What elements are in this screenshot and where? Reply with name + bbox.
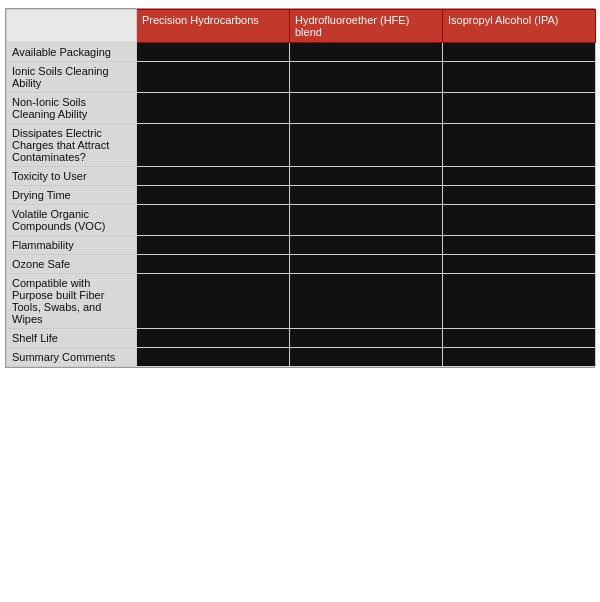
row-data-col3 — [443, 274, 596, 329]
row-data-col3 — [443, 329, 596, 348]
row-data-col1 — [137, 255, 290, 274]
table-row: Toxicity to User — [7, 167, 596, 186]
row-data-col1 — [137, 348, 290, 367]
row-data-col3 — [443, 167, 596, 186]
row-data-col1 — [137, 329, 290, 348]
table-row: Flammability — [7, 236, 596, 255]
table-row: Volatile Organic Compounds (VOC) — [7, 205, 596, 236]
row-label: Ionic Soils Cleaning Ability — [7, 62, 137, 93]
row-data-col1 — [137, 43, 290, 62]
row-data-col1 — [137, 274, 290, 329]
row-data-col3 — [443, 93, 596, 124]
table-row: Ionic Soils Cleaning Ability — [7, 62, 596, 93]
row-label: Drying Time — [7, 186, 137, 205]
row-label: Non-Ionic Soils Cleaning Ability — [7, 93, 137, 124]
row-data-col1 — [137, 205, 290, 236]
row-label: Dissipates Electric Charges that Attract… — [7, 124, 137, 167]
row-data-col3 — [443, 348, 596, 367]
table-row: Dissipates Electric Charges that Attract… — [7, 124, 596, 167]
row-data-col2 — [290, 93, 443, 124]
table-row: Ozone Safe — [7, 255, 596, 274]
row-data-col2 — [290, 62, 443, 93]
row-data-col2 — [290, 348, 443, 367]
row-data-col1 — [137, 93, 290, 124]
comparison-table: Precision Hydrocarbons Hydrofluoroether … — [5, 8, 595, 368]
row-data-col1 — [137, 124, 290, 167]
row-data-col3 — [443, 236, 596, 255]
row-data-col1 — [137, 186, 290, 205]
header-label — [7, 10, 137, 43]
row-data-col3 — [443, 186, 596, 205]
row-label: Available Packaging — [7, 43, 137, 62]
table-row: Compatible with Purpose built Fiber Tool… — [7, 274, 596, 329]
row-data-col2 — [290, 43, 443, 62]
row-data-col2 — [290, 186, 443, 205]
table-row: Non-Ionic Soils Cleaning Ability — [7, 93, 596, 124]
table-row: Available Packaging — [7, 43, 596, 62]
row-data-col3 — [443, 255, 596, 274]
row-label: Ozone Safe — [7, 255, 137, 274]
header-col2: Hydrofluoroether (HFE) blend — [290, 10, 443, 43]
row-data-col2 — [290, 205, 443, 236]
row-data-col2 — [290, 274, 443, 329]
row-label: Flammability — [7, 236, 137, 255]
row-data-col3 — [443, 62, 596, 93]
table-row: Summary Comments — [7, 348, 596, 367]
table-header-row: Precision Hydrocarbons Hydrofluoroether … — [7, 10, 596, 43]
row-data-col2 — [290, 124, 443, 167]
row-label: Shelf Life — [7, 329, 137, 348]
row-data-col3 — [443, 124, 596, 167]
row-data-col1 — [137, 62, 290, 93]
row-label: Volatile Organic Compounds (VOC) — [7, 205, 137, 236]
row-data-col2 — [290, 167, 443, 186]
row-label: Compatible with Purpose built Fiber Tool… — [7, 274, 137, 329]
row-data-col2 — [290, 329, 443, 348]
table-row: Drying Time — [7, 186, 596, 205]
row-data-col1 — [137, 167, 290, 186]
header-col3: Isopropyl Alcohol (IPA) — [443, 10, 596, 43]
row-label: Summary Comments — [7, 348, 137, 367]
row-data-col2 — [290, 255, 443, 274]
row-data-col3 — [443, 205, 596, 236]
row-data-col2 — [290, 236, 443, 255]
row-label: Toxicity to User — [7, 167, 137, 186]
row-data-col1 — [137, 236, 290, 255]
row-data-col3 — [443, 43, 596, 62]
table-row: Shelf Life — [7, 329, 596, 348]
header-col1: Precision Hydrocarbons — [137, 10, 290, 43]
